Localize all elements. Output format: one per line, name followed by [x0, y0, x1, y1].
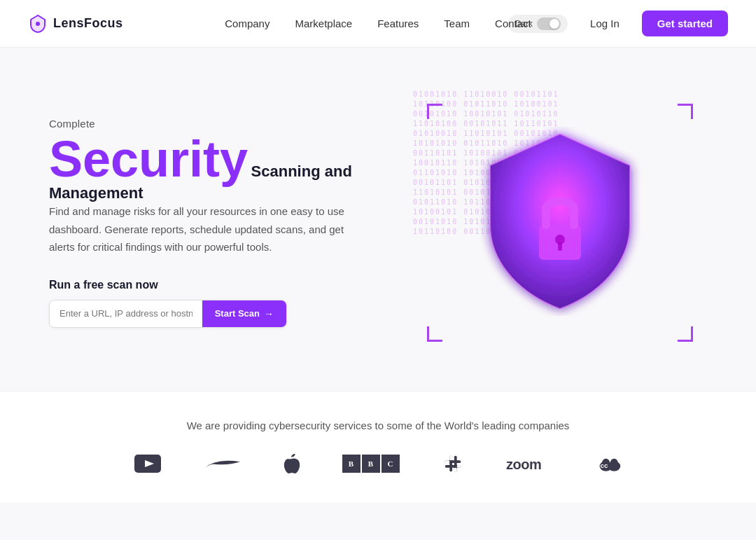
- svg-text:cc: cc: [600, 462, 608, 469]
- hero-section: Complete Security Scanning and Managemen…: [0, 48, 756, 391]
- navbar: LensFocus Company Marketplace Features T…: [0, 0, 756, 48]
- svg-point-19: [610, 459, 617, 466]
- scan-label: Run a free scan now: [49, 279, 413, 291]
- corner-bracket-tl: [427, 104, 442, 119]
- corner-bracket-br: [678, 326, 693, 342]
- hero-title-big: Security: [49, 131, 248, 187]
- svg-rect-14: [454, 468, 456, 472]
- logos-row: B B C zoom: [49, 452, 707, 475]
- nav-right: Dark Log In Get started: [508, 11, 728, 36]
- hero-description: Find and manage risks for all your resou…: [49, 202, 371, 256]
- youtube-logo: [134, 455, 161, 473]
- logo-icon: [28, 14, 48, 34]
- scan-button[interactable]: Start Scan →: [202, 300, 286, 327]
- svg-rect-12: [456, 465, 461, 468]
- logo[interactable]: LensFocus: [28, 14, 123, 34]
- corner-bracket-tr: [678, 104, 693, 119]
- svg-rect-4: [558, 242, 562, 251]
- svg-text:zoom: zoom: [506, 457, 541, 472]
- scan-form: Start Scan →: [49, 300, 287, 328]
- social-proof-title: We are providing cybersecurity services …: [49, 420, 707, 431]
- hero-subtitle: Complete: [49, 118, 413, 130]
- social-proof-section: We are providing cybersecurity services …: [0, 391, 756, 503]
- nav-item-contact[interactable]: Contact: [495, 18, 531, 30]
- svg-rect-13: [449, 456, 452, 461]
- login-button[interactable]: Log In: [582, 13, 628, 34]
- nav-item-features[interactable]: Features: [377, 18, 419, 30]
- hero-title-group: Security Scanning and Management: [49, 134, 413, 202]
- nav-item-marketplace[interactable]: Marketplace: [295, 18, 352, 30]
- nav-item-team[interactable]: Team: [444, 18, 470, 30]
- nav-links: Company Marketplace Features Team Contac…: [225, 18, 531, 30]
- nike-logo: [203, 457, 241, 471]
- apple-logo: [284, 454, 300, 473]
- bbc-logo: B B C: [342, 455, 400, 473]
- arrow-icon: →: [264, 308, 274, 319]
- toggle-switch[interactable]: [537, 18, 561, 30]
- creative-cloud-logo: cc: [597, 454, 622, 473]
- get-started-button[interactable]: Get started: [642, 11, 728, 36]
- hero-content: Complete Security Scanning and Managemen…: [49, 118, 413, 328]
- scan-input[interactable]: [50, 300, 202, 326]
- svg-rect-11: [444, 460, 449, 463]
- hero-visual: 01001010 11010010 00101101 10110100 0101…: [413, 90, 707, 356]
- corner-bracket-bl: [427, 326, 442, 342]
- shield-icon: [476, 127, 644, 319]
- svg-point-0: [36, 22, 40, 26]
- zoom-logo: zoom: [506, 455, 555, 472]
- nav-item-company[interactable]: Company: [225, 18, 270, 30]
- slack-logo: [442, 452, 464, 475]
